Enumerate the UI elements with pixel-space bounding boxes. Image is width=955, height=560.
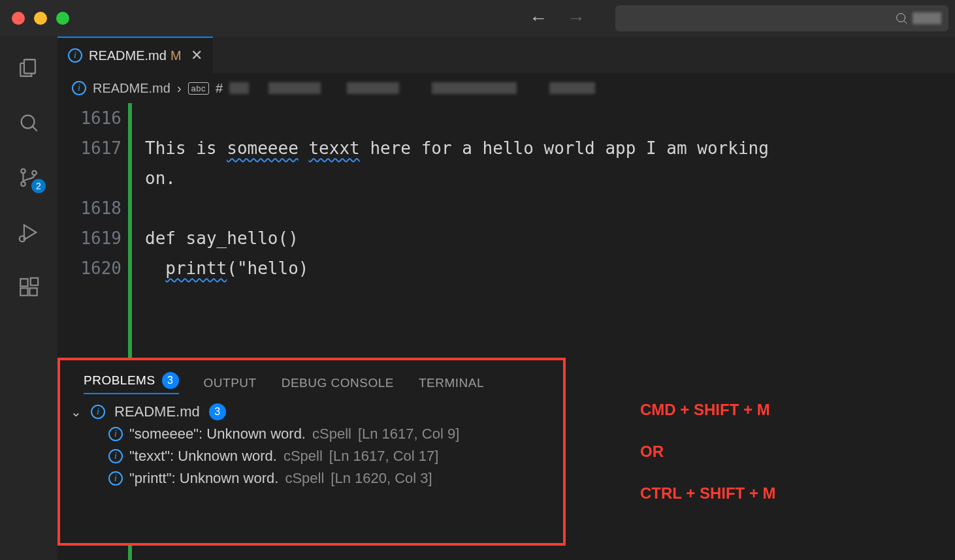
svg-point-3 — [22, 116, 35, 129]
svg-point-6 — [21, 182, 25, 187]
svg-rect-12 — [29, 288, 37, 295]
problem-location: [Ln 1617, Col 9] — [358, 426, 459, 443]
tab-output[interactable]: OUTPUT — [204, 376, 257, 390]
problem-location: [Ln 1617, Col 17] — [329, 448, 439, 465]
breadcrumb[interactable]: i README.md › abc # — [57, 73, 955, 103]
play-bug-icon — [18, 221, 40, 243]
annotation-line: CMD + SHIFT + M — [640, 389, 776, 431]
search-view-button[interactable] — [16, 110, 42, 136]
titlebar: ← → — [0, 0, 955, 37]
editor-tab-bar: i README.md M ✕ — [57, 37, 955, 73]
close-icon[interactable]: ✕ — [188, 47, 202, 64]
svg-rect-2 — [24, 59, 35, 73]
search-icon — [894, 11, 909, 25]
problem-filename: README.md — [114, 403, 200, 420]
problem-location: [Ln 1620, Col 3] — [331, 470, 432, 487]
nav-forward-button[interactable]: → — [567, 8, 585, 29]
info-icon: i — [68, 48, 82, 63]
chevron-right-icon: › — [177, 81, 182, 96]
panel-tab-label: OUTPUT — [204, 376, 257, 390]
problems-panel: PROBLEMS 3 OUTPUT DEBUG CONSOLE TERMINAL… — [57, 358, 566, 546]
file-problems-count-badge: 3 — [209, 403, 226, 420]
svg-point-0 — [897, 14, 905, 22]
panel-tab-label: DEBUG CONSOLE — [282, 376, 394, 390]
string-icon: abc — [188, 82, 209, 95]
history-nav: ← → — [529, 8, 585, 29]
svg-point-7 — [32, 171, 37, 176]
close-window-button[interactable] — [12, 12, 25, 25]
problems-count-badge: 3 — [162, 372, 179, 389]
command-search-input[interactable] — [615, 5, 948, 31]
extensions-view-button[interactable] — [16, 274, 42, 300]
info-icon: i — [72, 81, 86, 95]
problem-item[interactable]: i "texxt": Unknown word. cSpell [Ln 1617… — [60, 445, 563, 467]
panel-tab-label: TERMINAL — [419, 376, 484, 390]
run-debug-view-button[interactable] — [16, 219, 42, 245]
breadcrumb-symbol: # — [216, 81, 223, 96]
breadcrumb-obscured — [229, 82, 941, 94]
keyboard-shortcut-annotation: CMD + SHIFT + M OR CTRL + SHIFT + M — [640, 389, 776, 514]
explorer-view-button[interactable] — [16, 55, 42, 81]
info-icon: i — [91, 405, 105, 419]
annotation-line: CTRL + SHIFT + M — [640, 473, 776, 514]
problem-item[interactable]: i "someeee": Unknown word. cSpell [Ln 16… — [60, 423, 563, 445]
breadcrumb-filename: README.md — [93, 81, 170, 96]
files-icon — [18, 57, 40, 79]
svg-point-5 — [21, 169, 25, 174]
svg-line-1 — [904, 21, 907, 24]
search-placeholder-blur — [913, 12, 941, 24]
problem-source: cSpell — [312, 426, 351, 443]
problem-file-row[interactable]: ⌄ i README.md 3 — [60, 401, 563, 423]
svg-line-4 — [33, 127, 37, 131]
tab-modified-marker: M — [170, 48, 182, 63]
info-icon: i — [108, 471, 123, 486]
zoom-window-button[interactable] — [56, 12, 69, 25]
problem-message: "texxt": Unknown word. — [129, 448, 277, 465]
chevron-down-icon: ⌄ — [71, 404, 82, 420]
window-controls — [12, 12, 69, 25]
tab-filename: README.md — [89, 48, 167, 63]
nav-back-button[interactable]: ← — [529, 8, 547, 29]
problem-item[interactable]: i "printt": Unknown word. cSpell [Ln 162… — [60, 467, 563, 490]
panel-tab-label: PROBLEMS — [84, 373, 155, 388]
problem-message: "someeee": Unknown word. — [129, 426, 306, 443]
svg-marker-8 — [24, 225, 36, 240]
annotation-line: OR — [640, 431, 776, 473]
problem-source: cSpell — [285, 470, 324, 487]
problem-source: cSpell — [283, 448, 323, 465]
svg-rect-13 — [31, 278, 38, 285]
source-control-view-button[interactable]: 2 — [16, 164, 42, 191]
svg-rect-11 — [20, 288, 27, 295]
tab-problems[interactable]: PROBLEMS 3 — [84, 372, 179, 394]
activity-bar: 2 — [0, 37, 57, 560]
scm-badge: 2 — [31, 179, 46, 193]
info-icon: i — [108, 427, 123, 441]
problem-message: "printt": Unknown word. — [129, 470, 278, 487]
minimize-window-button[interactable] — [34, 12, 47, 25]
info-icon: i — [108, 449, 123, 463]
extensions-icon — [18, 276, 40, 298]
tab-debug-console[interactable]: DEBUG CONSOLE — [282, 376, 394, 390]
svg-rect-10 — [20, 279, 27, 286]
tab-readme[interactable]: i README.md M ✕ — [57, 37, 213, 73]
search-icon — [18, 112, 40, 134]
tab-terminal[interactable]: TERMINAL — [419, 376, 484, 390]
